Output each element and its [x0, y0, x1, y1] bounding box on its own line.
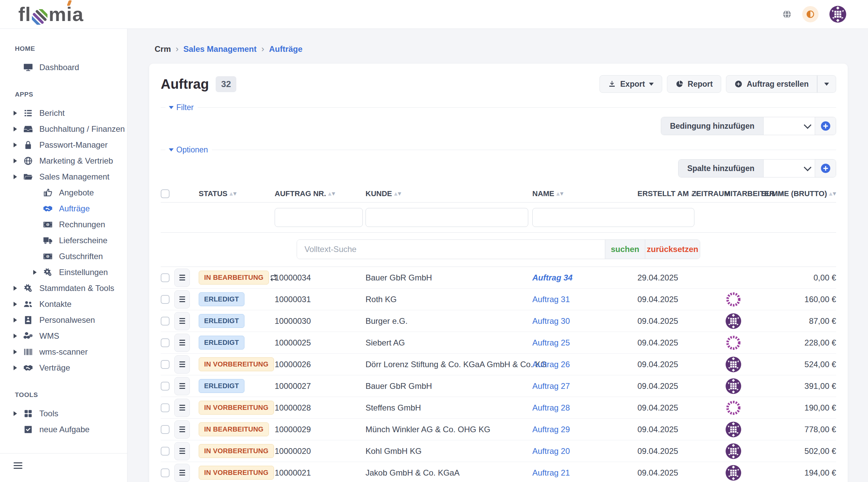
- row-checkbox[interactable]: [161, 468, 170, 477]
- sort-arrows-icon[interactable]: ▲▼: [556, 191, 564, 196]
- row-actions-menu-button[interactable]: [174, 312, 190, 330]
- order-link[interactable]: Auftrag 26: [532, 360, 570, 369]
- sidebar-item-dashboard[interactable]: Dashboard: [0, 59, 127, 75]
- order-link[interactable]: Auftrag 31: [532, 295, 570, 304]
- caret-right-icon[interactable]: [14, 174, 22, 179]
- sidebar-item-wms[interactable]: WMS: [0, 328, 127, 344]
- add-condition-button[interactable]: [815, 117, 836, 135]
- row-actions-menu-button[interactable]: [174, 269, 190, 287]
- add-column-button[interactable]: [815, 160, 836, 177]
- column-header-auftrag-nr-[interactable]: AUFTRAG NR.▲▼: [275, 189, 366, 198]
- row-actions-menu-button[interactable]: [174, 377, 190, 395]
- search-button[interactable]: suchen: [605, 240, 645, 259]
- row-checkbox[interactable]: [161, 338, 170, 347]
- sidebar-item-neue-aufgabe[interactable]: neue Aufgabe: [0, 421, 127, 437]
- row-checkbox[interactable]: [161, 403, 170, 412]
- sidebar-item-verträge[interactable]: Verträge: [0, 360, 127, 376]
- order-link[interactable]: Auftrag 30: [532, 316, 570, 326]
- filter-name-input[interactable]: [532, 208, 694, 227]
- sidebar-collapse-icon[interactable]: [14, 462, 127, 469]
- caret-right-icon[interactable]: [33, 270, 41, 275]
- sidebar-item-gutschriften[interactable]: 0Gutschriften: [0, 248, 127, 264]
- row-actions-menu-button[interactable]: [174, 464, 190, 482]
- row-actions-menu-button[interactable]: [174, 334, 190, 352]
- user-avatar[interactable]: [829, 5, 847, 23]
- caret-right-icon[interactable]: [14, 159, 22, 163]
- sidebar-item-personalwesen[interactable]: Personalwesen: [0, 312, 127, 328]
- column-header-status[interactable]: STATUS▲▼: [199, 189, 275, 198]
- sort-arrows-icon[interactable]: ▲▼: [394, 191, 401, 196]
- sidebar-item-marketing-vertrieb[interactable]: Marketing & Vertrieb: [0, 153, 127, 169]
- sidebar-item-angebote[interactable]: Angebote: [0, 185, 127, 201]
- sort-arrows-icon[interactable]: ▲▼: [230, 191, 237, 196]
- order-link[interactable]: Auftrag 28: [532, 403, 570, 412]
- select-all-checkbox[interactable]: [161, 189, 170, 198]
- row-checkbox[interactable]: [161, 425, 170, 434]
- caret-right-icon[interactable]: [14, 318, 22, 322]
- column-select[interactable]: [763, 160, 815, 177]
- app-logo[interactable]: fl m i a: [18, 4, 83, 24]
- sidebar-item-lieferscheine[interactable]: Lieferscheine: [0, 232, 127, 248]
- column-header-summe-brutto-[interactable]: SUMME (BRUTTO)▲▼: [776, 189, 836, 198]
- order-link[interactable]: Auftrag 34: [532, 273, 573, 282]
- sidebar-item-buchhaltung-finanzen[interactable]: Buchhaltung / Finanzen: [0, 121, 127, 137]
- theme-toggle-button[interactable]: [802, 6, 818, 22]
- row-actions-menu-button[interactable]: [174, 420, 190, 439]
- caret-right-icon[interactable]: [14, 350, 22, 354]
- row-checkbox[interactable]: [161, 317, 170, 326]
- caret-right-icon[interactable]: [14, 365, 22, 370]
- row-actions-menu-button[interactable]: [174, 399, 190, 417]
- caret-right-icon[interactable]: [14, 127, 22, 131]
- row-actions-menu-button[interactable]: [174, 290, 190, 309]
- options-section-toggle[interactable]: Optionen: [161, 145, 836, 154]
- filter-kunde-input[interactable]: [366, 208, 528, 227]
- sidebar-item-label: Passwort-Manager: [39, 140, 107, 150]
- fulltext-search-input[interactable]: [297, 240, 605, 259]
- breadcrumb-item[interactable]: Aufträge: [269, 44, 302, 54]
- filter-auftrag-nr-input[interactable]: [275, 208, 363, 227]
- language-globe-icon[interactable]: [782, 9, 792, 19]
- sidebar-item-wms-scanner[interactable]: wms-scanner: [0, 344, 127, 360]
- sidebar-item-passwort-manager[interactable]: Passwort-Manager: [0, 137, 127, 153]
- row-checkbox[interactable]: [161, 360, 170, 369]
- row-actions-menu-button[interactable]: [174, 442, 190, 460]
- caret-right-icon[interactable]: [14, 411, 22, 416]
- sidebar-item-stammdaten-tools[interactable]: Stammdaten & Tools: [0, 280, 127, 296]
- caret-right-icon[interactable]: [14, 334, 22, 338]
- sort-arrows-icon[interactable]: ▲▼: [829, 191, 836, 196]
- sidebar-item-kontakte[interactable]: Kontakte: [0, 296, 127, 312]
- row-checkbox[interactable]: [161, 382, 170, 391]
- caret-right-icon[interactable]: [14, 111, 22, 116]
- column-header-erstellt-am[interactable]: ERSTELLT AM▲▼: [637, 189, 692, 198]
- order-link[interactable]: Auftrag 20: [532, 446, 570, 456]
- order-link[interactable]: Auftrag 29: [532, 425, 570, 434]
- export-button[interactable]: Export: [599, 75, 662, 93]
- caret-right-icon[interactable]: [14, 143, 22, 147]
- create-order-dropdown-button[interactable]: [817, 75, 836, 93]
- condition-select[interactable]: [763, 117, 815, 135]
- reset-button[interactable]: zurücksetzen: [645, 240, 700, 259]
- order-link[interactable]: Auftrag 25: [532, 338, 570, 347]
- sidebar-item-rechnungen[interactable]: 0Rechnungen: [0, 216, 127, 232]
- sidebar-item-aufträge[interactable]: Aufträge: [0, 201, 127, 216]
- row-actions-menu-button[interactable]: [174, 355, 190, 374]
- caret-right-icon[interactable]: [14, 286, 22, 291]
- order-link[interactable]: Auftrag 27: [532, 381, 570, 391]
- sidebar-item-sales-management[interactable]: Sales Management: [0, 169, 127, 185]
- column-header-kunde[interactable]: KUNDE▲▼: [366, 189, 532, 198]
- row-checkbox[interactable]: [161, 295, 170, 304]
- report-button[interactable]: Report: [667, 75, 721, 93]
- sort-arrows-icon[interactable]: ▲▼: [328, 191, 335, 196]
- breadcrumb-item[interactable]: Sales Management: [183, 44, 257, 54]
- sidebar-item-bericht[interactable]: Bericht: [0, 105, 127, 121]
- caret-right-icon[interactable]: [14, 302, 22, 307]
- filter-section-toggle[interactable]: Filter: [161, 103, 836, 112]
- create-order-button[interactable]: Auftrag erstellen: [726, 75, 817, 93]
- row-checkbox[interactable]: [161, 447, 170, 456]
- row-checkbox[interactable]: [161, 273, 170, 282]
- sidebar-item-einstellungen[interactable]: Einstellungen: [0, 264, 127, 280]
- column-header-name[interactable]: NAME▲▼: [532, 189, 637, 198]
- order-link[interactable]: Auftrag 21: [532, 468, 570, 477]
- sidebar-item-tools[interactable]: Tools: [0, 405, 127, 421]
- add-condition-label: Bedingung hinzufügen: [661, 117, 763, 135]
